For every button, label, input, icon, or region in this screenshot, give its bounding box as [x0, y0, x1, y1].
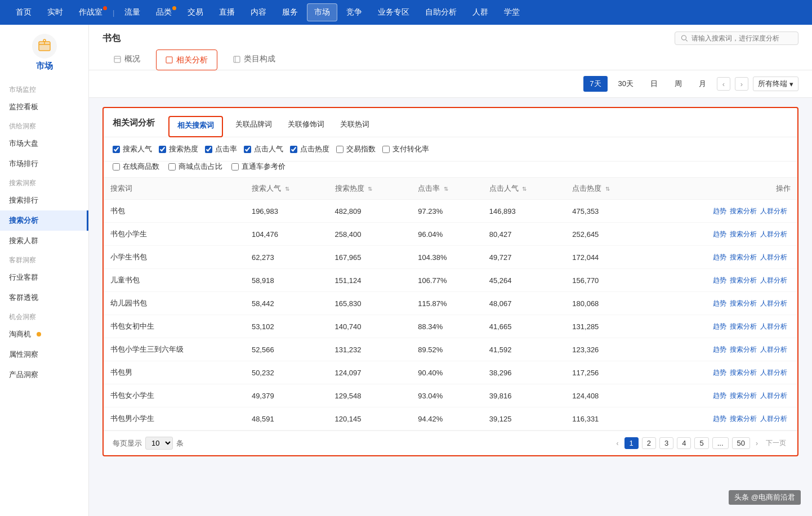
tab-hotword[interactable]: 关联热词 [332, 116, 377, 137]
filter-trade-index-checkbox[interactable] [336, 146, 343, 153]
action-趋势[interactable]: 趋势 [713, 322, 726, 330]
action-人群分析[interactable]: 人群分析 [760, 392, 787, 400]
nav-content[interactable]: 内容 [244, 4, 273, 21]
action-人群分析[interactable]: 人群分析 [760, 253, 787, 261]
filter-click-pop-checkbox[interactable] [244, 146, 251, 153]
page-last[interactable]: 下一页 [764, 437, 788, 449]
time-month[interactable]: 月 [693, 76, 712, 92]
tab-brand[interactable]: 关联品牌词 [227, 116, 280, 137]
action-搜索分析[interactable]: 搜索分析 [730, 369, 757, 376]
time-prev[interactable]: ‹ [717, 77, 730, 91]
nav-live[interactable]: 直播 [212, 4, 242, 21]
page-1[interactable]: 1 [624, 437, 639, 449]
sort-click-rate[interactable]: ⇅ [444, 186, 448, 192]
nav-audience[interactable]: 人群 [466, 4, 495, 21]
page-5[interactable]: 5 [694, 437, 708, 449]
action-人群分析[interactable]: 人群分析 [760, 369, 787, 376]
filter-zhitongche-checkbox[interactable] [231, 163, 239, 170]
sidebar-item-attribute-insight[interactable]: 属性洞察 [0, 344, 88, 365]
action-搜索分析[interactable]: 搜索分析 [730, 253, 757, 261]
action-搜索分析[interactable]: 搜索分析 [730, 346, 757, 353]
terminal-select[interactable]: 所有终端 ▾ [753, 77, 798, 91]
nav-home[interactable]: 首页 [9, 4, 38, 21]
filter-zhitongche[interactable]: 直通车参考价 [231, 161, 285, 172]
nav-trade[interactable]: 交易 [181, 4, 210, 21]
action-搜索分析[interactable]: 搜索分析 [730, 230, 757, 238]
time-7days[interactable]: 7天 [583, 76, 607, 92]
nav-service[interactable]: 服务 [275, 4, 305, 21]
action-趋势[interactable]: 趋势 [713, 230, 726, 238]
tab-modifier[interactable]: 关联修饰词 [280, 116, 332, 137]
filter-search-heat-checkbox[interactable] [159, 146, 166, 153]
action-搜索分析[interactable]: 搜索分析 [730, 276, 757, 284]
page-3[interactable]: 3 [659, 437, 673, 449]
filter-pay-rate[interactable]: 支付转化率 [382, 144, 429, 154]
page-next[interactable]: › [753, 438, 760, 448]
tab-related-search[interactable]: 相关搜索词 [168, 116, 223, 137]
sort-search-pop[interactable]: ⇅ [285, 186, 289, 192]
filter-mall-click[interactable]: 商城点击占比 [168, 161, 222, 172]
action-人群分析[interactable]: 人群分析 [760, 299, 787, 307]
page-50[interactable]: 50 [732, 437, 750, 449]
action-人群分析[interactable]: 人群分析 [760, 276, 787, 284]
sidebar-item-search-audience[interactable]: 搜索人群 [0, 231, 88, 251]
nav-self-analysis[interactable]: 自助分析 [418, 4, 463, 21]
filter-mall-click-checkbox[interactable] [168, 163, 176, 170]
filter-click-rate-checkbox[interactable] [205, 146, 212, 153]
nav-category[interactable]: 品类 [149, 4, 179, 21]
action-搜索分析[interactable]: 搜索分析 [730, 415, 757, 423]
filter-search-pop[interactable]: 搜索人气 [113, 144, 152, 154]
nav-traffic[interactable]: 流量 [118, 4, 147, 21]
action-人群分析[interactable]: 人群分析 [760, 207, 787, 215]
filter-trade-index[interactable]: 交易指数 [336, 144, 376, 154]
sidebar-item-market-rank[interactable]: 市场排行 [0, 154, 88, 174]
action-趋势[interactable]: 趋势 [713, 253, 726, 261]
action-搜索分析[interactable]: 搜索分析 [730, 207, 757, 215]
filter-click-pop[interactable]: 点击人气 [244, 144, 283, 154]
action-搜索分析[interactable]: 搜索分析 [730, 299, 757, 307]
filter-search-heat[interactable]: 搜索热度 [159, 144, 198, 154]
search-box[interactable] [675, 32, 798, 45]
sidebar-item-product-insight[interactable]: 产品洞察 [0, 365, 88, 385]
sidebar-item-search-analysis[interactable]: 搜索分析 [0, 210, 88, 231]
search-input[interactable] [691, 34, 792, 42]
filter-search-pop-checkbox[interactable] [113, 146, 120, 153]
sidebar-item-monitor-board[interactable]: 监控看板 [0, 97, 88, 117]
action-搜索分析[interactable]: 搜索分析 [730, 392, 757, 400]
action-搜索分析[interactable]: 搜索分析 [730, 322, 757, 330]
action-趋势[interactable]: 趋势 [713, 299, 726, 307]
action-人群分析[interactable]: 人群分析 [760, 230, 787, 238]
filter-click-rate[interactable]: 点击率 [205, 144, 237, 154]
sidebar-item-customer-insight[interactable]: 客群透视 [0, 288, 88, 308]
action-趋势[interactable]: 趋势 [713, 207, 726, 215]
filter-pay-rate-checkbox[interactable] [382, 146, 390, 153]
nav-academy[interactable]: 学堂 [497, 4, 527, 21]
action-趋势[interactable]: 趋势 [713, 415, 726, 423]
action-趋势[interactable]: 趋势 [713, 392, 726, 400]
tab-category[interactable]: 类目构成 [222, 50, 287, 70]
nav-market[interactable]: 市场 [307, 3, 337, 21]
nav-warroom[interactable]: 作战室 [72, 4, 109, 21]
filter-click-heat-checkbox[interactable] [290, 146, 297, 153]
page-prev[interactable]: ‹ [614, 438, 621, 448]
filter-online-goods[interactable]: 在线商品数 [113, 161, 159, 172]
time-30days[interactable]: 30天 [612, 76, 640, 92]
action-人群分析[interactable]: 人群分析 [760, 415, 787, 423]
tab-related[interactable]: 相关分析 [156, 50, 217, 70]
time-next[interactable]: › [735, 77, 748, 91]
sidebar-item-industry-customer[interactable]: 行业客群 [0, 267, 88, 288]
sort-click-pop[interactable]: ⇅ [522, 186, 527, 192]
sidebar-item-market-overview[interactable]: 市场大盘 [0, 133, 88, 154]
action-人群分析[interactable]: 人群分析 [760, 346, 787, 353]
sidebar-item-search-rank[interactable]: 搜索排行 [0, 190, 88, 210]
page-2[interactable]: 2 [642, 437, 656, 449]
filter-click-heat[interactable]: 点击热度 [290, 144, 329, 154]
action-趋势[interactable]: 趋势 [713, 369, 726, 376]
filter-online-goods-checkbox[interactable] [113, 163, 120, 170]
page-4[interactable]: 4 [677, 437, 691, 449]
time-week[interactable]: 周 [668, 76, 688, 92]
sort-click-heat[interactable]: ⇅ [605, 186, 610, 192]
nav-realtime[interactable]: 实时 [41, 4, 70, 21]
nav-business[interactable]: 业务专区 [371, 4, 416, 21]
nav-compete[interactable]: 竞争 [340, 4, 369, 21]
